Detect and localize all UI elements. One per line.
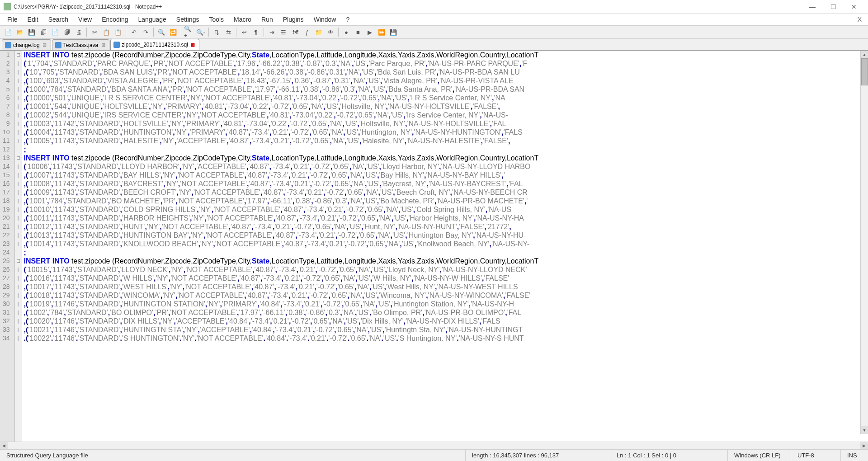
save-icon[interactable]: 💾 <box>26 27 37 38</box>
status-position: Ln : 1 Col : 1 Sel : 0 | 0 <box>610 450 728 461</box>
menu-language[interactable]: Language <box>134 14 171 24</box>
copy-icon[interactable]: 📋 <box>101 27 112 38</box>
menu-plugins[interactable]: Plugins <box>278 14 308 24</box>
toolbar: 📄 📂 💾 🗐 📄 🗐 🖨 ✂ 📋 📋 ↶ ↷ 🔍 🔁 🔍+ 🔍- ⇅ ⇆ ↩ … <box>0 25 868 39</box>
status-length: length : 16,345,307 lines : 96,137 <box>466 450 610 461</box>
window-title: C:\Users\IPGRAY~1\zipcode_201711142310.s… <box>14 4 802 10</box>
monitor-icon[interactable]: 👁 <box>325 27 336 38</box>
tab-label: TestClass.java <box>63 42 98 48</box>
print-icon[interactable]: 🖨 <box>73 27 84 38</box>
menu-settings[interactable]: Settings <box>172 14 204 24</box>
fold-margin[interactable]: ⊟||||||||||⊟||||||||||⊟||||||||| <box>15 51 22 442</box>
record-icon[interactable]: ● <box>341 27 352 38</box>
line-number-gutter: 1234567891011121314151617181920212223242… <box>0 51 15 442</box>
zoom-out-icon[interactable]: 🔍- <box>195 27 206 38</box>
new-icon[interactable]: 📄 <box>3 27 14 38</box>
title-bar: C:\Users\IPGRAY~1\zipcode_201711142310.s… <box>0 0 868 14</box>
menu-run[interactable]: Run <box>257 14 278 24</box>
func-icon[interactable]: ƒ <box>302 27 312 38</box>
menu-search[interactable]: Search <box>44 14 73 24</box>
close-all-icon[interactable]: 🗐 <box>61 27 72 38</box>
play-multi-icon[interactable]: ⏩ <box>376 27 387 38</box>
cut-icon[interactable]: ✂ <box>89 27 100 38</box>
stop-icon[interactable]: ■ <box>353 27 363 38</box>
menu-bar: File Edit Search View Encoding Language … <box>0 14 868 25</box>
indent-icon[interactable]: ⇥ <box>266 27 277 38</box>
replace-icon[interactable]: 🔁 <box>168 27 179 38</box>
file-icon <box>113 42 120 48</box>
file-icon <box>55 42 61 48</box>
horizontal-scrollbar[interactable]: ◀ ▶ <box>0 442 868 449</box>
tab-label: change.log <box>13 42 40 48</box>
scroll-left-icon[interactable]: ◀ <box>0 442 8 449</box>
status-language: Structured Query Language file <box>0 450 466 461</box>
close-file-icon[interactable]: 📄 <box>50 27 61 38</box>
save-all-icon[interactable]: 🗐 <box>38 27 49 38</box>
wrap-icon[interactable]: ↩ <box>239 27 250 38</box>
close-button[interactable]: ✕ <box>844 0 864 14</box>
menu-tools[interactable]: Tools <box>204 14 228 24</box>
invisible-icon[interactable]: ¶ <box>250 27 261 38</box>
tab-testclass[interactable]: TestClass.java ⊠ <box>52 39 109 50</box>
sync-v-icon[interactable]: ⇅ <box>211 27 222 38</box>
undo-icon[interactable]: ↶ <box>128 27 139 38</box>
scroll-down-icon[interactable]: ▼ <box>861 426 868 434</box>
play-icon[interactable]: ▶ <box>364 27 375 38</box>
vertical-scrollbar[interactable]: ▲ ▼ <box>860 51 868 434</box>
editor[interactable]: 1234567891011121314151617181920212223242… <box>0 51 868 442</box>
scroll-up-icon[interactable]: ▲ <box>861 51 868 58</box>
tab-label: zipcode_201711142310.sql <box>122 42 188 48</box>
menu-macro[interactable]: Macro <box>229 14 256 24</box>
menu-file[interactable]: File <box>3 14 22 24</box>
menu-view[interactable]: View <box>74 14 96 24</box>
tab-change-log[interactable]: change.log ⊠ <box>2 39 51 50</box>
func-list-icon[interactable]: ☰ <box>278 27 289 38</box>
find-icon[interactable]: 🔍 <box>156 27 167 38</box>
paste-icon[interactable]: 📋 <box>113 27 123 38</box>
menu-encoding[interactable]: Encoding <box>97 14 132 24</box>
save-macro-icon[interactable]: 💾 <box>388 27 399 38</box>
status-eol: Windows (CR LF) <box>728 450 791 461</box>
menu-edit[interactable]: Edit <box>23 14 43 24</box>
sync-h-icon[interactable]: ⇆ <box>223 27 234 38</box>
zoom-in-icon[interactable]: 🔍+ <box>184 27 194 38</box>
doc-map-icon[interactable]: 🗺 <box>290 27 301 38</box>
redo-icon[interactable]: ↷ <box>140 27 151 38</box>
open-icon[interactable]: 📂 <box>14 27 25 38</box>
folder-icon[interactable]: 📁 <box>313 27 324 38</box>
scroll-right-icon[interactable]: ▶ <box>860 442 868 449</box>
menu-close-x[interactable]: X <box>854 14 865 24</box>
maximize-button[interactable]: ☐ <box>823 0 844 14</box>
menu-window[interactable]: Window <box>309 14 341 24</box>
scroll-thumb[interactable] <box>861 58 868 85</box>
status-mode: INS <box>841 450 868 461</box>
file-icon <box>5 42 11 48</box>
menu-help[interactable]: ? <box>341 14 354 24</box>
tab-close-icon[interactable]: ⊠ <box>100 42 106 48</box>
code-area[interactable]: INSERT INTO test.zipcode (RecordNumber,Z… <box>22 51 868 442</box>
tab-bar: change.log ⊠ TestClass.java ⊠ zipcode_20… <box>0 39 868 51</box>
status-encoding: UTF-8 <box>791 450 841 461</box>
status-bar: Structured Query Language file length : … <box>0 449 868 461</box>
tab-close-icon[interactable]: ⊠ <box>42 42 48 48</box>
minimize-button[interactable]: — <box>802 0 823 14</box>
tab-zipcode-sql[interactable]: zipcode_201711142310.sql ⊠ <box>110 39 199 50</box>
tab-close-icon[interactable]: ⊠ <box>190 42 196 48</box>
app-icon <box>4 3 11 10</box>
